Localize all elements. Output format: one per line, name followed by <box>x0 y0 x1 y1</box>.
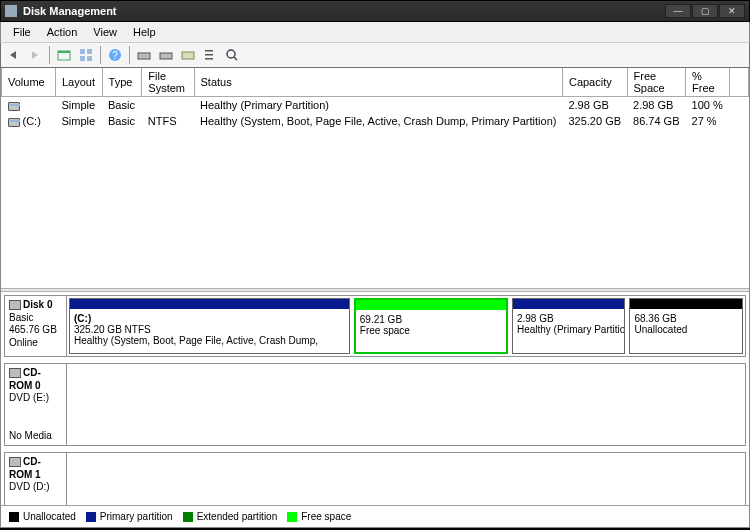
partition[interactable]: (C:)325.20 GB NTFSHealthy (System, Boot,… <box>69 298 350 354</box>
find-icon[interactable] <box>222 45 242 65</box>
disk-icon-3[interactable] <box>178 45 198 65</box>
partition[interactable]: 68.36 GBUnallocated <box>629 298 743 354</box>
volume-icon <box>8 102 20 111</box>
svg-rect-12 <box>205 54 213 56</box>
no-media <box>67 453 745 505</box>
menubar: File Action View Help <box>0 22 750 42</box>
svg-rect-4 <box>80 56 85 61</box>
menu-file[interactable]: File <box>5 24 39 40</box>
legend-item: Unallocated <box>9 511 76 522</box>
svg-rect-2 <box>80 49 85 54</box>
disk-info[interactable]: CD-ROM 0DVD (E:)No Media <box>5 364 67 445</box>
close-button[interactable]: ✕ <box>719 4 745 18</box>
svg-rect-9 <box>160 53 172 59</box>
legend-item: Free space <box>287 511 351 522</box>
help-icon[interactable]: ? <box>105 45 125 65</box>
content-area: Volume Layout Type File System Status Ca… <box>0 68 750 528</box>
table-row[interactable]: SimpleBasicHealthy (Primary Partition)2.… <box>2 97 749 114</box>
app-icon <box>5 5 17 17</box>
no-media <box>67 364 745 445</box>
svg-rect-3 <box>87 49 92 54</box>
volume-icon <box>8 118 20 127</box>
window-title: Disk Management <box>23 5 665 17</box>
volume-list-pane[interactable]: Volume Layout Type File System Status Ca… <box>1 68 749 288</box>
menu-action[interactable]: Action <box>39 24 86 40</box>
svg-rect-1 <box>58 51 70 53</box>
col-volume[interactable]: Volume <box>2 68 56 97</box>
svg-rect-8 <box>138 53 150 59</box>
col-extra[interactable] <box>730 68 749 97</box>
disk-icon-2[interactable] <box>156 45 176 65</box>
col-type[interactable]: Type <box>102 68 142 97</box>
disk-icon <box>9 300 21 310</box>
svg-line-15 <box>234 57 237 60</box>
disk-info[interactable]: CD-ROM 1DVD (D:)No Media <box>5 453 67 505</box>
svg-text:?: ? <box>112 50 118 61</box>
volume-table: Volume Layout Type File System Status Ca… <box>1 68 749 129</box>
disk-icon <box>9 368 21 378</box>
disk-info[interactable]: Disk 0Basic465.76 GBOnline <box>5 296 67 356</box>
col-fs[interactable]: File System <box>142 68 194 97</box>
graphical-pane[interactable]: Disk 0Basic465.76 GBOnline(C:)325.20 GB … <box>1 292 749 505</box>
legend-item: Primary partition <box>86 511 173 522</box>
disk-icon <box>9 457 21 467</box>
menu-help[interactable]: Help <box>125 24 164 40</box>
partition[interactable]: 2.98 GBHealthy (Primary Partition) <box>512 298 626 354</box>
partition[interactable]: 69.21 GBFree space <box>354 298 508 354</box>
legend-item: Extended partition <box>183 511 278 522</box>
forward-button[interactable] <box>25 45 45 65</box>
disk-row: Disk 0Basic465.76 GBOnline(C:)325.20 GB … <box>4 295 746 357</box>
svg-rect-10 <box>182 52 194 59</box>
svg-rect-5 <box>87 56 92 61</box>
table-row[interactable]: (C:)SimpleBasicNTFSHealthy (System, Boot… <box>2 113 749 129</box>
toolbar: ? <box>0 42 750 68</box>
col-pct[interactable]: % Free <box>686 68 730 97</box>
col-free[interactable]: Free Space <box>627 68 685 97</box>
back-button[interactable] <box>3 45 23 65</box>
view-icon[interactable] <box>76 45 96 65</box>
maximize-button[interactable]: ▢ <box>692 4 718 18</box>
disk-row: CD-ROM 1DVD (D:)No Media <box>4 452 746 505</box>
col-capacity[interactable]: Capacity <box>562 68 627 97</box>
svg-rect-13 <box>205 58 213 60</box>
disk-icon-1[interactable] <box>134 45 154 65</box>
col-status[interactable]: Status <box>194 68 562 97</box>
svg-rect-11 <box>205 50 213 52</box>
col-layout[interactable]: Layout <box>56 68 103 97</box>
svg-point-14 <box>227 50 235 58</box>
titlebar: Disk Management — ▢ ✕ <box>0 0 750 22</box>
disk-row: CD-ROM 0DVD (E:)No Media <box>4 363 746 446</box>
menu-view[interactable]: View <box>85 24 125 40</box>
minimize-button[interactable]: — <box>665 4 691 18</box>
refresh-icon[interactable] <box>54 45 74 65</box>
legend: UnallocatedPrimary partitionExtended par… <box>1 505 749 527</box>
list-icon[interactable] <box>200 45 220 65</box>
